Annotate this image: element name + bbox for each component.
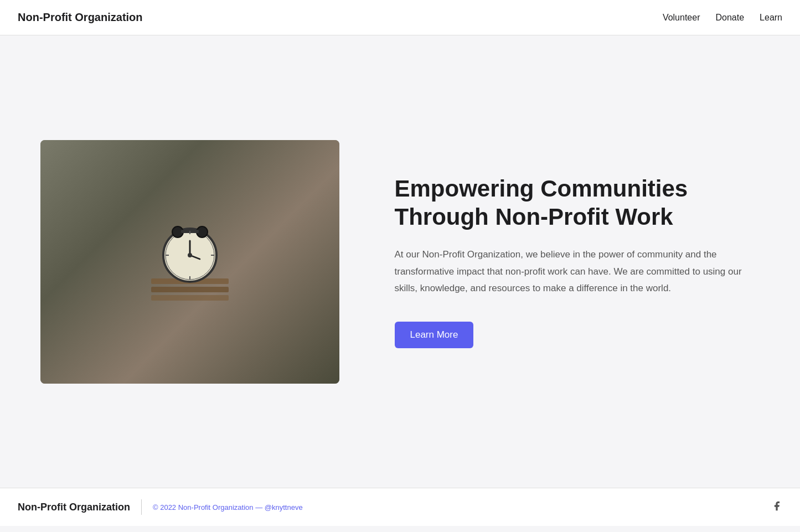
main-nav: Volunteer Donate Learn xyxy=(663,13,782,23)
site-header: Non-Profit Organization Volunteer Donate… xyxy=(0,0,800,35)
hero-image-wrapper xyxy=(40,140,339,384)
clock-illustration-svg xyxy=(146,218,234,306)
footer-divider xyxy=(141,499,142,515)
footer-copyright: © 2022 Non-Profit Organization — @knyttn… xyxy=(153,503,303,512)
nav-volunteer[interactable]: Volunteer xyxy=(663,13,700,23)
svg-point-10 xyxy=(188,253,192,257)
nav-learn[interactable]: Learn xyxy=(760,13,782,23)
main-content: Empowering Communities Through Non-Profi… xyxy=(0,35,800,488)
svg-rect-1 xyxy=(151,287,229,292)
hero-content: Empowering Communities Through Non-Profi… xyxy=(384,153,760,370)
header-logo[interactable]: Non-Profit Organization xyxy=(18,11,143,24)
facebook-icon[interactable] xyxy=(771,500,782,514)
learn-more-button[interactable]: Learn More xyxy=(395,322,474,348)
hero-title: Empowering Communities Through Non-Profi… xyxy=(395,175,749,231)
social-handle[interactable]: @knyttneve xyxy=(265,503,303,512)
nav-donate[interactable]: Donate xyxy=(715,13,744,23)
hero-section: Empowering Communities Through Non-Profi… xyxy=(40,140,760,384)
svg-rect-2 xyxy=(151,295,229,301)
site-footer: Non-Profit Organization © 2022 Non-Profi… xyxy=(0,488,800,526)
footer-logo: Non-Profit Organization xyxy=(18,502,130,513)
copyright-text: © 2022 Non-Profit Organization — xyxy=(153,503,265,512)
footer-left: Non-Profit Organization © 2022 Non-Profi… xyxy=(18,499,303,515)
hero-image-placeholder xyxy=(40,140,339,384)
facebook-svg xyxy=(771,500,782,512)
hero-description: At our Non-Profit Organization, we belie… xyxy=(395,246,749,297)
hero-image xyxy=(40,140,339,384)
